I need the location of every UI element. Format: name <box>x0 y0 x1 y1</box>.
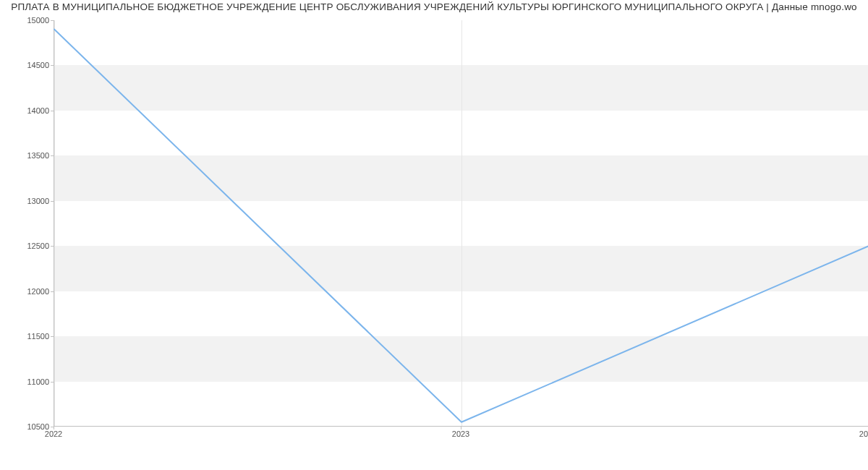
x-tick-mark <box>54 427 54 430</box>
x-tick-label: 2024 <box>859 430 868 438</box>
y-tick-label: 13000 <box>27 197 49 205</box>
y-tick-mark <box>51 382 54 383</box>
y-tick-mark <box>51 336 54 337</box>
y-tick-mark <box>51 246 54 247</box>
x-tick-mark <box>461 427 461 430</box>
chart-container: РПЛАТА В МУНИЦИПАЛЬНОЕ БЮДЖЕТНОЕ УЧРЕЖДЕ… <box>0 0 868 470</box>
y-tick-mark <box>51 155 54 156</box>
y-tick-label: 12000 <box>27 287 49 296</box>
y-tick-label: 12500 <box>27 242 49 250</box>
series-path <box>54 29 868 422</box>
plot-area <box>54 20 868 427</box>
y-tick-mark <box>51 111 54 111</box>
y-tick-label: 11000 <box>27 377 49 386</box>
x-tick-label: 2022 <box>45 430 62 438</box>
y-tick-mark <box>51 20 54 21</box>
y-tick-label: 13500 <box>27 151 49 160</box>
y-tick-label: 11500 <box>27 332 49 341</box>
y-tick-mark <box>51 201 54 202</box>
y-tick-label: 14000 <box>27 106 49 115</box>
line-series <box>54 20 868 426</box>
y-tick-label: 14500 <box>27 61 49 69</box>
chart-title: РПЛАТА В МУНИЦИПАЛЬНОЕ БЮДЖЕТНОЕ УЧРЕЖДЕ… <box>0 1 868 12</box>
y-tick-mark <box>51 291 54 292</box>
x-tick-label: 2023 <box>452 430 469 438</box>
y-tick-label: 15000 <box>27 16 49 25</box>
y-tick-mark <box>51 65 54 66</box>
